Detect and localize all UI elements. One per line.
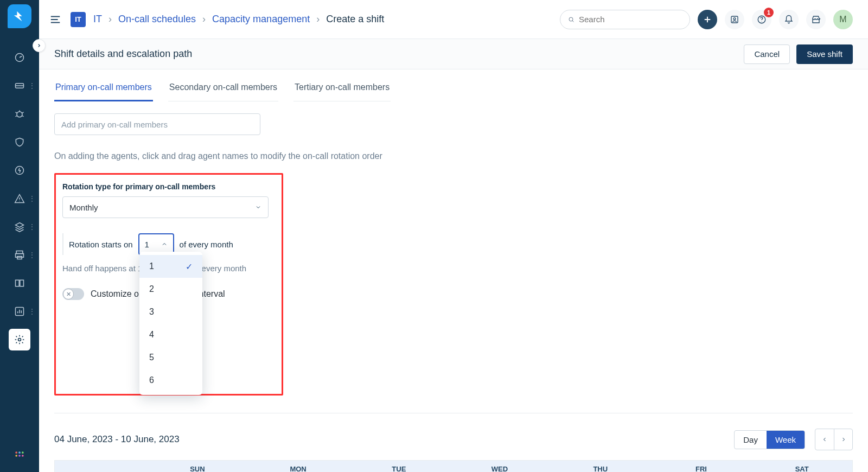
chevron-right-icon: › bbox=[316, 14, 320, 25]
day-mon: MON5 bbox=[248, 461, 349, 472]
svg-point-11 bbox=[22, 451, 24, 454]
project-badge[interactable]: IT bbox=[71, 12, 86, 27]
rotation-type-select[interactable]: Monthly bbox=[62, 196, 269, 218]
chevron-right-icon: › bbox=[202, 14, 206, 25]
svg-point-8 bbox=[18, 339, 21, 341]
customize-interval-toggle[interactable]: ✕ bbox=[62, 288, 84, 300]
svg-point-17 bbox=[733, 17, 736, 20]
member-tier-tabs: Primary on-call members Secondary on-cal… bbox=[54, 77, 853, 101]
rotation-starts-suffix: of every month bbox=[180, 240, 233, 249]
reports-icon[interactable]: ⋮ bbox=[9, 301, 30, 322]
search-input[interactable] bbox=[579, 15, 682, 24]
rotation-starts-label: Rotation starts on bbox=[69, 240, 133, 249]
view-day[interactable]: Day bbox=[735, 431, 767, 449]
svg-rect-6 bbox=[17, 257, 22, 259]
apps-grid-icon[interactable] bbox=[9, 445, 30, 467]
help-badge: 1 bbox=[764, 8, 774, 17]
layers-icon[interactable]: ⋮ bbox=[9, 216, 30, 238]
day-option-5[interactable]: 5 bbox=[139, 346, 202, 369]
tab-secondary[interactable]: Secondary on-call members bbox=[168, 77, 278, 101]
chevron-down-icon bbox=[255, 204, 261, 211]
topbar: IT IT › On-call schedules › Capacity man… bbox=[39, 0, 868, 39]
svg-point-9 bbox=[15, 451, 17, 454]
day-tue: TUE6 bbox=[348, 461, 449, 472]
svg-point-10 bbox=[18, 451, 21, 454]
svg-point-2 bbox=[17, 112, 22, 117]
svg-point-15 bbox=[569, 17, 573, 21]
expand-rail-button[interactable] bbox=[33, 39, 46, 52]
rotation-day-value: 1 bbox=[145, 240, 149, 249]
tab-tertiary[interactable]: Tertiary on-call members bbox=[293, 77, 391, 101]
marketplace-icon[interactable] bbox=[806, 10, 826, 29]
day-sat: SAT10 bbox=[751, 461, 852, 472]
next-week-button[interactable] bbox=[834, 429, 852, 450]
toggle-knob-off: ✕ bbox=[63, 289, 74, 299]
day-wed: WED7 bbox=[449, 461, 550, 472]
breadcrumb-schedules[interactable]: On-call schedules bbox=[118, 14, 196, 25]
svg-point-13 bbox=[18, 455, 21, 457]
bug-icon[interactable] bbox=[9, 103, 30, 125]
day-dropdown: 1✓23456 bbox=[139, 252, 202, 395]
prev-week-button[interactable] bbox=[815, 429, 834, 450]
day-fri: FRI9 bbox=[651, 461, 752, 472]
day-sun: SUN4 bbox=[147, 461, 248, 472]
date-nav-arrows bbox=[815, 429, 853, 450]
alert-icon[interactable]: ⋮ bbox=[9, 188, 30, 209]
search-box[interactable] bbox=[560, 10, 690, 29]
create-button[interactable] bbox=[698, 10, 717, 29]
left-nav-rail: ⋮ ⋮ ⋮ ⋮ ⋮ bbox=[0, 0, 39, 472]
menu-toggle-icon[interactable] bbox=[48, 12, 63, 27]
chevron-up-icon bbox=[161, 241, 168, 247]
svg-point-12 bbox=[15, 455, 17, 457]
rotation-type-value: Monthly bbox=[69, 203, 98, 212]
tab-primary[interactable]: Primary on-call members bbox=[54, 77, 153, 101]
bolt-icon[interactable] bbox=[9, 160, 30, 181]
cancel-button[interactable]: Cancel bbox=[744, 44, 790, 64]
shield-icon[interactable] bbox=[9, 131, 30, 153]
app-logo[interactable] bbox=[8, 4, 31, 28]
page-title: Shift details and escalation path bbox=[54, 48, 192, 60]
day-thu: THU8 bbox=[550, 461, 651, 472]
day-option-4[interactable]: 4 bbox=[139, 323, 202, 346]
breadcrumb: IT › On-call schedules › Capacity manage… bbox=[93, 14, 384, 25]
breadcrumb-capacity[interactable]: Capacity management bbox=[212, 14, 310, 25]
breadcrumb-current: Create a shift bbox=[326, 14, 384, 25]
breadcrumb-root[interactable]: IT bbox=[93, 14, 102, 25]
calendar-grid: SUN4MON5TUE6WED7THU8FRI9SAT10 Primary Se… bbox=[54, 460, 853, 472]
rotation-settings-panel: Rotation type for primary on-call member… bbox=[54, 173, 283, 396]
date-range: 04 June, 2023 - 10 June, 2023 bbox=[54, 434, 180, 445]
view-week[interactable]: Week bbox=[767, 431, 805, 449]
day-option-2[interactable]: 2 bbox=[139, 278, 202, 301]
view-segment: Day Week bbox=[734, 430, 805, 449]
dashboard-icon[interactable] bbox=[9, 47, 30, 68]
page-header: Shift details and escalation path Cancel… bbox=[39, 39, 868, 69]
tickets-icon[interactable]: ⋮ bbox=[9, 75, 30, 97]
day-option-6[interactable]: 6 bbox=[139, 369, 202, 392]
bell-icon[interactable] bbox=[779, 10, 799, 29]
user-avatar[interactable]: M bbox=[833, 10, 853, 29]
chevron-right-icon: › bbox=[108, 14, 112, 25]
day-option-3[interactable]: 3 bbox=[139, 301, 202, 323]
print-icon[interactable]: ⋮ bbox=[9, 244, 30, 266]
contacts-icon[interactable] bbox=[725, 10, 744, 29]
members-hint: On adding the agents, click and drag age… bbox=[54, 151, 853, 161]
save-shift-button[interactable]: Save shift bbox=[796, 44, 853, 64]
help-icon[interactable]: 1 bbox=[752, 10, 771, 29]
search-icon bbox=[568, 15, 575, 24]
add-members-input[interactable] bbox=[54, 113, 260, 135]
day-option-1[interactable]: 1✓ bbox=[139, 255, 202, 278]
rotation-type-label: Rotation type for primary on-call member… bbox=[62, 182, 275, 191]
settings-icon[interactable] bbox=[9, 329, 30, 350]
book-icon[interactable] bbox=[9, 272, 30, 294]
svg-point-14 bbox=[22, 455, 24, 457]
